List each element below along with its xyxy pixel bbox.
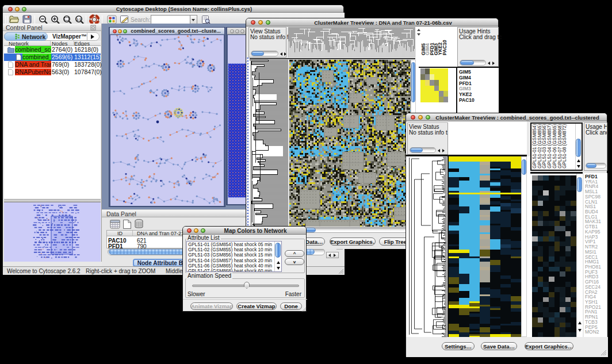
- svg-text:1:1: 1:1: [76, 18, 82, 21]
